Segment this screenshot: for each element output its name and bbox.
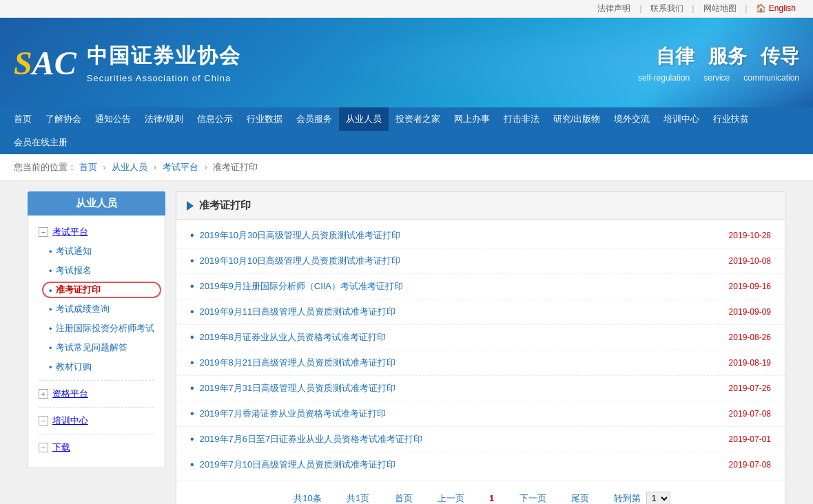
nav-link-online[interactable]: 网上办事 <box>447 107 497 131</box>
content-panel: 准考证打印 2019年10月30日高级管理人员资质测试准考证打印2019-10-… <box>176 191 785 504</box>
pagination-prev[interactable]: 上一页 <box>438 493 464 503</box>
article-link-8[interactable]: 2019年7月6日至7日证券业从业人员资格考试准考证打印 <box>190 433 422 445</box>
org-name-cn: 中国证券业协会 <box>87 42 241 70</box>
sidebar-item-ciia[interactable]: 注册国际投资分析师考试 <box>28 319 165 338</box>
nav-item-illegal: 打击非法 <box>497 107 546 131</box>
faq-link[interactable]: 考试常见问题解答 <box>49 342 154 354</box>
article-date-0: 2019-10-28 <box>729 231 771 240</box>
nav-link-training[interactable]: 培训中心 <box>657 107 706 131</box>
sidebar-section-exam: − 考试平台 考试通知 考试报名 准考证打印 考试成绩查询 注册国际投资分析师 <box>28 222 165 377</box>
exam-register-link[interactable]: 考试报名 <box>49 264 154 277</box>
top-bar: 法律声明 ｜ 联系我们 ｜ 网站地图 ｜ 🏠 English <box>0 0 813 18</box>
contact-link[interactable]: 联系我们 <box>650 3 683 13</box>
page-select[interactable]: 1 <box>646 492 670 504</box>
nav-link-info[interactable]: 信息公示 <box>190 107 240 131</box>
article-link-6[interactable]: 2019年7月31日高级管理人员资质测试准考证打印 <box>190 382 395 395</box>
nav-link-data[interactable]: 行业数据 <box>240 107 289 131</box>
article-link-9[interactable]: 2019年7月10日高级管理人员资质测试准考证打印 <box>190 459 395 471</box>
article-date-6: 2019-07-26 <box>729 384 771 393</box>
article-date-5: 2019-08-19 <box>729 358 771 368</box>
arrow-icon <box>187 201 194 211</box>
sidebar-section-dl-header[interactable]: − 下载 <box>28 438 165 457</box>
ticket-print-link[interactable]: 准考证打印 <box>49 284 154 296</box>
exam-notice-link[interactable]: 考试通知 <box>49 245 154 258</box>
article-list: 2019年10月30日高级管理人员资质测试准考证打印2019-10-282019… <box>176 220 785 481</box>
sidebar-item-faq[interactable]: 考试常见问题解答 <box>28 338 165 357</box>
nav-item-poverty: 行业扶贫 <box>706 107 756 131</box>
score-query-link[interactable]: 考试成绩查询 <box>49 303 154 315</box>
nav-link-member[interactable]: 会员服务 <box>289 107 339 131</box>
nav-link-research[interactable]: 研究/出版物 <box>546 107 608 131</box>
nav-link-investor[interactable]: 投资者之家 <box>389 107 447 131</box>
nav-item-register: 会员在线主册 <box>7 131 74 154</box>
sidebar-section-dl-link[interactable]: 下载 <box>52 441 70 454</box>
article-link-3[interactable]: 2019年9月11日高级管理人员资质测试准考证打印 <box>190 306 395 318</box>
article-item: 2019年7月6日至7日证券业从业人员资格考试准考证打印2019-07-01 <box>176 427 785 452</box>
nav-item-home: 首页 <box>7 107 39 131</box>
nav-link-overseas[interactable]: 境外交流 <box>607 107 657 131</box>
book-order-link[interactable]: 教材订购 <box>49 361 154 373</box>
slogan-en-0: self-regulation <box>638 73 690 83</box>
content-title: 准考证打印 <box>199 199 251 212</box>
legal-link[interactable]: 法律声明 <box>597 3 630 13</box>
sidebar-section-qual-link[interactable]: 资格平台 <box>52 388 88 400</box>
breadcrumb-exam[interactable]: 考试平台 <box>163 162 198 172</box>
sidebar-body: − 考试平台 考试通知 考试报名 准考证打印 考试成绩查询 注册国际投资分析师 <box>28 216 165 468</box>
sidebar-section-qual-header[interactable]: + 资格平台 <box>28 384 165 403</box>
sidebar-item-ticket[interactable]: 准考证打印 <box>28 280 165 300</box>
sidebar-section-training: − 培训中心 <box>28 411 165 430</box>
nav-link-staff[interactable]: 从业人员 <box>339 107 389 131</box>
sac-logo-text: SAC <box>14 44 76 82</box>
nav-link-notice[interactable]: 通知公告 <box>88 107 138 131</box>
slogans-en: self-regulation service communication <box>638 73 799 83</box>
sidebar-item-exam-register[interactable]: 考试报名 <box>28 261 165 280</box>
nav-item-law: 法律/规则 <box>138 107 190 131</box>
sidebar: 从业人员 − 考试平台 考试通知 考试报名 准考证打印 <box>28 191 165 504</box>
sidebar-divider-1 <box>39 380 154 381</box>
article-item: 2019年10月30日高级管理人员资质测试准考证打印2019-10-28 <box>176 223 785 249</box>
nav-link-about[interactable]: 了解协会 <box>39 107 88 131</box>
article-link-7[interactable]: 2019年7月香港证券从业员资格考试准考证打印 <box>190 408 386 420</box>
sitemap-link[interactable]: 网站地图 <box>703 3 737 13</box>
sidebar-item-exam-notice[interactable]: 考试通知 <box>28 242 165 261</box>
toggle-dl-icon: − <box>39 443 48 452</box>
nav-item-data: 行业数据 <box>240 107 289 131</box>
slogan-en-1: service <box>703 73 730 83</box>
sidebar-section-training-header[interactable]: − 培训中心 <box>28 411 165 430</box>
nav-link-home[interactable]: 首页 <box>7 107 39 131</box>
article-link-5[interactable]: 2019年8月21日高级管理人员资质测试准考证打印 <box>190 357 395 369</box>
nav-link-register[interactable]: 会员在线主册 <box>7 131 74 154</box>
total-pages: 共1页 <box>347 493 369 503</box>
article-link-1[interactable]: 2019年10月10日高级管理人员资质测试准考证打印 <box>190 255 400 267</box>
slogan-chuandao: 传导 <box>761 43 799 70</box>
breadcrumb-home[interactable]: 首页 <box>79 162 97 172</box>
sidebar-section-training-link[interactable]: 培训中心 <box>52 414 88 427</box>
header-right: 自律 服务 传导 self-regulation service communi… <box>638 43 813 83</box>
toggle-training-icon: − <box>39 416 48 426</box>
sidebar-item-score[interactable]: 考试成绩查询 <box>28 300 165 319</box>
nav-item-overseas: 境外交流 <box>607 107 657 131</box>
article-link-4[interactable]: 2019年8月证券业从业人员资格考试准考证打印 <box>190 331 386 344</box>
pagination-last[interactable]: 尾页 <box>571 493 589 503</box>
article-link-0[interactable]: 2019年10月30日高级管理人员资质测试准考证打印 <box>190 229 400 242</box>
pagination-first[interactable]: 首页 <box>395 493 413 503</box>
article-link-2[interactable]: 2019年9月注册国际分析师（CIIA）考试准考证打印 <box>190 280 403 293</box>
sidebar-section-exam-header[interactable]: − 考试平台 <box>28 222 165 242</box>
nav-link-illegal[interactable]: 打击非法 <box>497 107 546 131</box>
slogan-en-2: communication <box>743 73 799 83</box>
slogans-cn: 自律 服务 传导 <box>638 43 799 70</box>
sidebar-title: 从业人员 <box>28 191 165 216</box>
english-link[interactable]: 🏠 English <box>756 3 796 13</box>
sidebar-divider-2 <box>39 407 154 408</box>
nav-link-law[interactable]: 法律/规则 <box>138 107 190 131</box>
sidebar-item-book[interactable]: 教材订购 <box>28 357 165 377</box>
nav-item-notice: 通知公告 <box>88 107 138 131</box>
article-date-4: 2019-08-26 <box>729 333 771 342</box>
breadcrumb-staff[interactable]: 从业人员 <box>112 162 147 172</box>
nav-link-poverty[interactable]: 行业扶贫 <box>706 107 756 131</box>
pagination-next[interactable]: 下一页 <box>519 493 546 503</box>
article-item: 2019年10月10日高级管理人员资质测试准考证打印2019-10-08 <box>176 249 785 274</box>
sidebar-section-exam-link[interactable]: 考试平台 <box>52 226 88 238</box>
ciia-link[interactable]: 注册国际投资分析师考试 <box>49 322 154 335</box>
article-date-7: 2019-07-08 <box>729 409 771 419</box>
